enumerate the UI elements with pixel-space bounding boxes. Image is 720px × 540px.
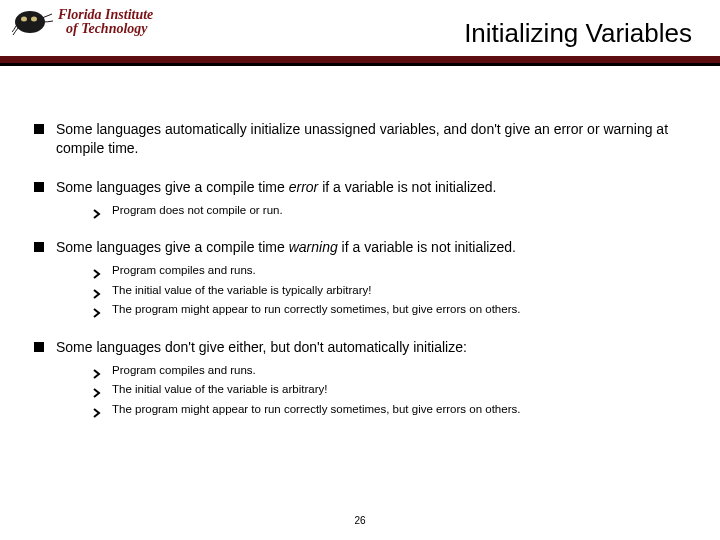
square-bullet-icon: [34, 242, 44, 252]
bullet-item: Some languages give a compile time error…: [34, 178, 686, 197]
square-bullet-icon: [34, 124, 44, 134]
slide-title: Initializing Variables: [464, 18, 692, 49]
svg-point-0: [15, 11, 45, 33]
logo-line2: of Technology: [58, 22, 153, 36]
sub-text: Program does not compile or run.: [112, 203, 283, 219]
chevron-icon: [92, 384, 102, 394]
bullet-text-italic: error: [289, 179, 319, 195]
sub-item: The initial value of the variable is typ…: [92, 283, 686, 299]
sub-item: Program compiles and runs.: [92, 363, 686, 379]
slide-header: Florida Institute of Technology Initiali…: [0, 0, 720, 68]
sub-item: Program compiles and runs.: [92, 263, 686, 279]
page-number: 26: [0, 515, 720, 526]
chevron-icon: [92, 365, 102, 375]
sub-text: Program compiles and runs.: [112, 263, 256, 279]
sub-item: The program might appear to run correctl…: [92, 402, 686, 418]
bullet-item: Some languages automatically initialize …: [34, 120, 686, 158]
sub-item: The initial value of the variable is arb…: [92, 382, 686, 398]
bullet-item: Some languages give a compile time warni…: [34, 238, 686, 257]
bullet-text: Some languages give a compile time warni…: [56, 238, 516, 257]
sub-item: Program does not compile or run.: [92, 203, 686, 219]
bullet-item: Some languages don't give either, but do…: [34, 338, 686, 357]
institution-logo: Florida Institute of Technology: [12, 6, 153, 38]
bullet-text-italic: warning: [289, 239, 338, 255]
bullet-text: Some languages give a compile time error…: [56, 178, 496, 197]
logo-line1: Florida Institute: [58, 8, 153, 22]
sub-text: Program compiles and runs.: [112, 363, 256, 379]
logo-text: Florida Institute of Technology: [58, 8, 153, 36]
panther-icon: [12, 6, 54, 38]
bullet-text-pre: Some languages give a compile time: [56, 179, 289, 195]
sub-text: The program might appear to run correctl…: [112, 302, 520, 318]
chevron-icon: [92, 205, 102, 215]
slide-content: Some languages automatically initialize …: [0, 68, 720, 417]
sub-list: Program compiles and runs. The initial v…: [34, 263, 686, 318]
square-bullet-icon: [34, 342, 44, 352]
square-bullet-icon: [34, 182, 44, 192]
chevron-icon: [92, 404, 102, 414]
svg-point-2: [31, 17, 37, 22]
bullet-text-pre: Some languages give a compile time: [56, 239, 289, 255]
bullet-text: Some languages don't give either, but do…: [56, 338, 467, 357]
header-rule-black: [0, 63, 720, 66]
sub-text: The program might appear to run correctl…: [112, 402, 520, 418]
chevron-icon: [92, 265, 102, 275]
bullet-text: Some languages automatically initialize …: [56, 120, 686, 158]
bullet-text-post: if a variable is not initialized.: [338, 239, 516, 255]
sub-text: The initial value of the variable is typ…: [112, 283, 372, 299]
sub-list: Program does not compile or run.: [34, 203, 686, 219]
sub-list: Program compiles and runs. The initial v…: [34, 363, 686, 418]
svg-point-1: [21, 17, 27, 22]
header-rule-maroon: [0, 56, 720, 63]
sub-item: The program might appear to run correctl…: [92, 302, 686, 318]
bullet-text-post: if a variable is not initialized.: [318, 179, 496, 195]
sub-text: The initial value of the variable is arb…: [112, 382, 327, 398]
chevron-icon: [92, 285, 102, 295]
chevron-icon: [92, 304, 102, 314]
